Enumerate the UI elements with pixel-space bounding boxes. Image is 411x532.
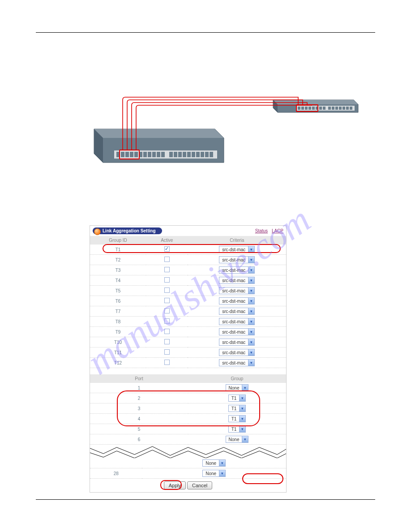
svg-rect-12	[323, 107, 325, 110]
switch-right	[273, 100, 358, 112]
svg-rect-41	[196, 152, 200, 157]
port-number-cell: 6	[90, 434, 188, 445]
svg-rect-30	[143, 152, 147, 157]
chevron-down-icon: ▾	[242, 385, 248, 391]
svg-rect-43	[205, 152, 209, 157]
port-group-select[interactable]: None▾	[226, 436, 249, 443]
diagram-two-switches	[90, 91, 367, 180]
group-row: T6src-dst-mac▾	[90, 296, 286, 306]
port-group-select[interactable]: None▾	[202, 459, 226, 467]
criteria-select[interactable]: src-dst-mac▾	[219, 308, 255, 315]
svg-rect-27	[130, 152, 133, 157]
svg-rect-17	[342, 107, 345, 110]
chevron-down-icon: ▾	[239, 426, 245, 432]
criteria-select[interactable]: src-dst-mac▾	[219, 318, 255, 325]
chevron-down-icon: ▾	[248, 318, 254, 325]
active-checkbox[interactable]	[164, 360, 170, 365]
criteria-select[interactable]: src-dst-mac▾	[219, 277, 255, 284]
svg-rect-44	[210, 152, 213, 157]
svg-rect-32	[152, 152, 156, 157]
active-checkbox[interactable]	[164, 277, 170, 283]
chevron-down-icon: ▾	[248, 257, 254, 263]
chevron-down-icon: ▾	[248, 298, 254, 304]
link-agg-panel: Link Aggregation Setting Status LACP Gro…	[90, 225, 287, 493]
group-row: T8src-dst-mac▾	[90, 317, 286, 327]
active-checkbox[interactable]	[164, 329, 170, 334]
group-row: T3src-dst-mac▾	[90, 265, 286, 275]
svg-rect-36	[174, 152, 177, 157]
port-group-select[interactable]: None▾	[202, 470, 226, 477]
svg-rect-33	[157, 152, 160, 157]
col-active: Active	[146, 236, 188, 245]
cancel-button[interactable]: Cancel	[187, 481, 212, 489]
chevron-down-icon: ▾	[219, 460, 225, 466]
group-id-cell: T2	[90, 255, 146, 265]
group-row: T7src-dst-mac▾	[90, 306, 286, 317]
chevron-down-icon: ▾	[248, 339, 254, 345]
criteria-select[interactable]: src-dst-mac▾	[219, 349, 255, 356]
svg-rect-39	[187, 152, 191, 157]
svg-rect-5	[298, 107, 300, 110]
svg-rect-25	[121, 152, 124, 157]
svg-rect-28	[134, 152, 138, 157]
svg-rect-35	[169, 152, 173, 157]
group-id-cell: T10	[90, 337, 146, 348]
criteria-select[interactable]: src-dst-mac▾	[219, 328, 255, 335]
active-checkbox[interactable]	[164, 257, 170, 262]
group-row: T9src-dst-mac▾	[90, 327, 286, 337]
svg-rect-7	[305, 107, 308, 110]
active-checkbox[interactable]	[164, 298, 170, 303]
group-row: T5src-dst-mac▾	[90, 286, 286, 296]
criteria-select[interactable]: src-dst-mac▾	[219, 287, 255, 294]
group-row: T2src-dst-mac▾	[90, 255, 286, 265]
active-checkbox[interactable]	[164, 287, 170, 293]
active-checkbox[interactable]	[164, 339, 170, 344]
highlight-empty-area	[242, 473, 283, 484]
chevron-down-icon: ▾	[242, 436, 248, 442]
status-link[interactable]: Status	[255, 228, 268, 233]
lacp-link[interactable]: LACP	[272, 228, 283, 233]
group-id-cell: T5	[90, 286, 146, 296]
criteria-select[interactable]: src-dst-mac▾	[219, 297, 255, 305]
panel-links: Status LACP	[253, 228, 283, 233]
svg-rect-34	[161, 152, 165, 157]
active-checkbox[interactable]	[164, 308, 170, 313]
chevron-down-icon: ▾	[248, 267, 254, 273]
chevron-down-icon: ▾	[248, 329, 254, 335]
chevron-down-icon: ▾	[248, 308, 254, 314]
svg-rect-38	[183, 152, 186, 157]
group-row: T12src-dst-mac▾	[90, 358, 286, 368]
col-port: Port	[90, 374, 188, 383]
svg-rect-8	[308, 107, 311, 110]
svg-marker-2	[273, 100, 358, 104]
svg-rect-42	[201, 152, 204, 157]
port-group-select[interactable]: T1▾	[228, 425, 246, 433]
group-row: T10src-dst-mac▾	[90, 337, 286, 348]
port-number-cell	[90, 458, 142, 468]
chevron-down-icon: ▾	[248, 287, 254, 294]
active-checkbox[interactable]	[164, 318, 170, 324]
criteria-select[interactable]: src-dst-mac▾	[219, 339, 255, 346]
col-criteria: Criteria	[188, 236, 286, 245]
svg-rect-40	[192, 152, 195, 157]
chevron-down-icon: ▾	[248, 349, 254, 356]
active-checkbox[interactable]	[164, 267, 170, 272]
active-checkbox[interactable]	[164, 349, 170, 355]
highlight-ports-2-5	[117, 390, 260, 426]
chevron-down-icon: ▾	[219, 470, 225, 476]
svg-rect-31	[148, 152, 151, 157]
group-row: T4src-dst-mac▾	[90, 275, 286, 286]
svg-rect-37	[178, 152, 182, 157]
criteria-select[interactable]: src-dst-mac▾	[219, 359, 255, 366]
group-id-cell: T4	[90, 275, 146, 286]
port-number-cell: 28	[90, 468, 142, 479]
group-id-cell: T9	[90, 327, 146, 337]
criteria-select[interactable]: src-dst-mac▾	[219, 256, 255, 263]
svg-rect-26	[125, 152, 129, 157]
criteria-select[interactable]: src-dst-mac▾	[219, 266, 255, 274]
svg-rect-9	[312, 107, 315, 110]
svg-rect-6	[301, 107, 304, 110]
group-id-cell: T6	[90, 296, 146, 306]
col-groupid: Group ID	[90, 236, 146, 245]
group-id-cell: T7	[90, 306, 146, 317]
